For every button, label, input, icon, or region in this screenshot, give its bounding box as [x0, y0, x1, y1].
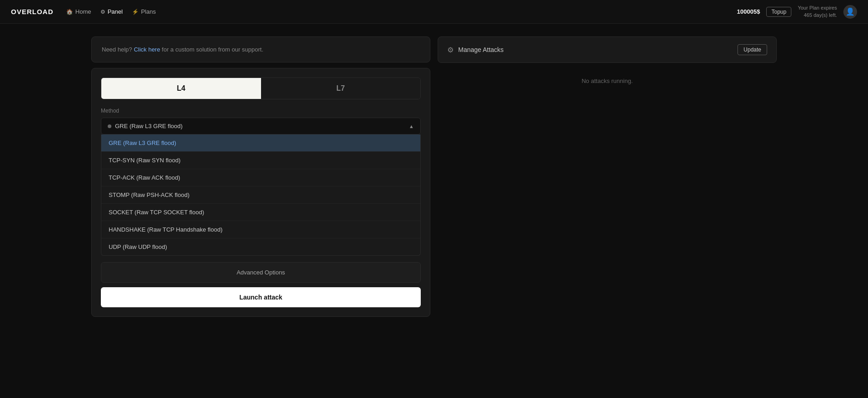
nav-item-panel-label: Panel — [108, 8, 123, 15]
help-suffix: for a custom solution from our support. — [162, 46, 264, 53]
help-banner: Need help? Click here for a custom solut… — [91, 36, 430, 62]
topup-button[interactable]: Topup — [766, 7, 791, 17]
launch-attack-button[interactable]: Launch attack — [101, 287, 421, 307]
manage-attacks-title: Manage Attacks — [458, 46, 504, 53]
method-option-3[interactable]: STOMP (Raw PSH-ACK flood) — [101, 186, 420, 204]
method-option-6-label: UDP (Raw UDP flood) — [109, 243, 167, 250]
method-label: Method — [101, 108, 421, 114]
navbar: OVERLOAD 🏠 Home ⚙ Panel ⚡ Plans 100005$ … — [0, 0, 868, 24]
method-option-5-label: HANDSHAKE (Raw TCP Handshake flood) — [109, 226, 223, 233]
attack-card: L4 L7 Method GRE (Raw L3 GRE flood) ▲ GR… — [91, 68, 430, 317]
method-option-6[interactable]: UDP (Raw UDP flood) — [101, 238, 420, 255]
help-prefix: Need help? — [102, 46, 132, 53]
left-panel: Need help? Click here for a custom solut… — [91, 36, 430, 317]
manage-attacks-left: ⚙ Manage Attacks — [447, 46, 504, 54]
nav-item-home-label: Home — [75, 8, 91, 15]
method-option-2[interactable]: TCP-ACK (Raw ACK flood) — [101, 169, 420, 186]
nav-item-plans-label: Plans — [141, 8, 156, 15]
chevron-up-icon: ▲ — [409, 124, 414, 129]
manage-attacks-icon: ⚙ — [447, 46, 454, 54]
method-dropdown[interactable]: GRE (Raw L3 GRE flood) ▲ — [101, 118, 421, 134]
user-info: Your Plan expires 465 day(s) left. — [798, 5, 837, 19]
method-option-0-label: GRE (Raw L3 GRE flood) — [109, 140, 176, 146]
panel-icon: ⚙ — [100, 9, 105, 15]
update-button[interactable]: Update — [737, 44, 767, 55]
method-option-5[interactable]: HANDSHAKE (Raw TCP Handshake flood) — [101, 221, 420, 238]
navbar-left: OVERLOAD 🏠 Home ⚙ Panel ⚡ Plans — [11, 8, 156, 16]
navbar-right: 100005$ Topup Your Plan expires 465 day(… — [737, 5, 857, 19]
method-option-1-label: TCP-SYN (Raw SYN flood) — [109, 157, 180, 164]
manage-attacks-card: ⚙ Manage Attacks Update — [438, 36, 777, 63]
method-option-3-label: STOMP (Raw PSH-ACK flood) — [109, 191, 189, 198]
method-option-0[interactable]: GRE (Raw L3 GRE flood) — [101, 134, 420, 152]
tab-l4[interactable]: L4 — [101, 78, 261, 99]
layer-tabs: L4 L7 — [101, 78, 421, 99]
nav-item-plans[interactable]: ⚡ Plans — [132, 8, 156, 15]
help-link[interactable]: Click here — [134, 46, 160, 53]
advanced-options-button[interactable]: Advanced Options — [101, 262, 421, 283]
home-icon: 🏠 — [66, 9, 73, 15]
avatar[interactable]: 👤 — [843, 5, 857, 19]
method-selected-label: GRE (Raw L3 GRE flood) — [115, 123, 183, 129]
user-expires-line2: 465 day(s) left. — [798, 12, 837, 19]
tab-l7[interactable]: L7 — [261, 78, 421, 99]
method-option-4[interactable]: SOCKET (Raw TCP SOCKET flood) — [101, 204, 420, 221]
main-content: Need help? Click here for a custom solut… — [0, 24, 868, 330]
no-attacks-status: No attacks running. — [438, 68, 777, 93]
method-dot — [108, 124, 111, 128]
app-logo: OVERLOAD — [11, 8, 53, 16]
method-option-4-label: SOCKET (Raw TCP SOCKET flood) — [109, 209, 204, 216]
plans-icon: ⚡ — [132, 9, 139, 15]
navbar-nav: 🏠 Home ⚙ Panel ⚡ Plans — [66, 8, 156, 15]
right-panel: ⚙ Manage Attacks Update No attacks runni… — [438, 36, 777, 317]
method-option-1[interactable]: TCP-SYN (Raw SYN flood) — [101, 152, 420, 169]
user-expires-line1: Your Plan expires — [798, 5, 837, 11]
method-options-list: GRE (Raw L3 GRE flood) TCP-SYN (Raw SYN … — [101, 134, 421, 256]
nav-item-panel[interactable]: ⚙ Panel — [100, 8, 123, 15]
method-dropdown-left: GRE (Raw L3 GRE flood) — [108, 123, 183, 129]
nav-item-home[interactable]: 🏠 Home — [66, 8, 91, 15]
balance-display: 100005$ — [737, 8, 760, 15]
method-option-2-label: TCP-ACK (Raw ACK flood) — [109, 174, 180, 181]
